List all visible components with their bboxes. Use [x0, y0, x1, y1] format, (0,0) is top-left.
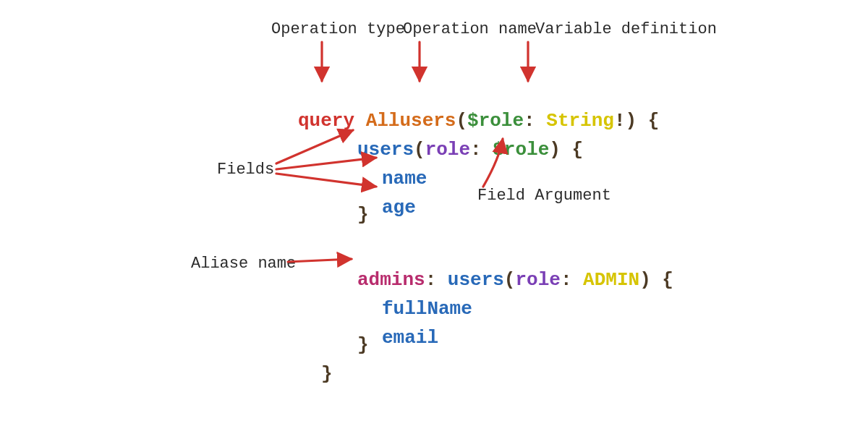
token-brace-open: {	[561, 139, 583, 161]
label-operation-name: Operation name	[403, 20, 537, 38]
token-field-email: email	[382, 327, 438, 349]
label-field-argument: Field Argument	[477, 187, 611, 205]
arrows-layer	[0, 0, 868, 434]
token-brace-open: {	[651, 269, 673, 291]
token-colon: :	[561, 269, 583, 291]
token-argument-key: role	[515, 269, 560, 291]
code-line-8: email	[382, 305, 438, 349]
code-line-4: age	[382, 175, 416, 218]
label-fields: Fields	[217, 161, 274, 179]
token-paren-open: (	[504, 269, 516, 291]
label-variable-definition: Variable definition	[535, 20, 717, 38]
token-enum-value: ADMIN	[583, 269, 639, 291]
token-argument-key: role	[425, 139, 470, 161]
arrow-fields-to-users	[276, 130, 353, 163]
token-argument-variable: $role	[493, 139, 549, 161]
code-line-9: }	[357, 334, 369, 356]
code-line-10: }	[321, 363, 333, 385]
diagram-stage: Operation type Operation name Variable d…	[0, 0, 868, 434]
token-paren-close: )	[626, 110, 637, 132]
label-alias-name: Aliase name	[191, 255, 296, 273]
token-operation-type: query	[298, 110, 354, 132]
arrow-alias-name	[288, 259, 352, 262]
label-operation-type: Operation type	[271, 20, 405, 38]
token-brace-open: {	[637, 110, 659, 132]
token-paren-close: )	[549, 139, 561, 161]
token-colon: :	[470, 139, 493, 161]
code-line-5: }	[357, 204, 369, 226]
token-nonnull-bang: !	[614, 110, 626, 132]
arrow-fields-to-age	[276, 174, 376, 187]
token-paren-close: )	[639, 269, 651, 291]
token-field-age: age	[382, 197, 416, 218]
